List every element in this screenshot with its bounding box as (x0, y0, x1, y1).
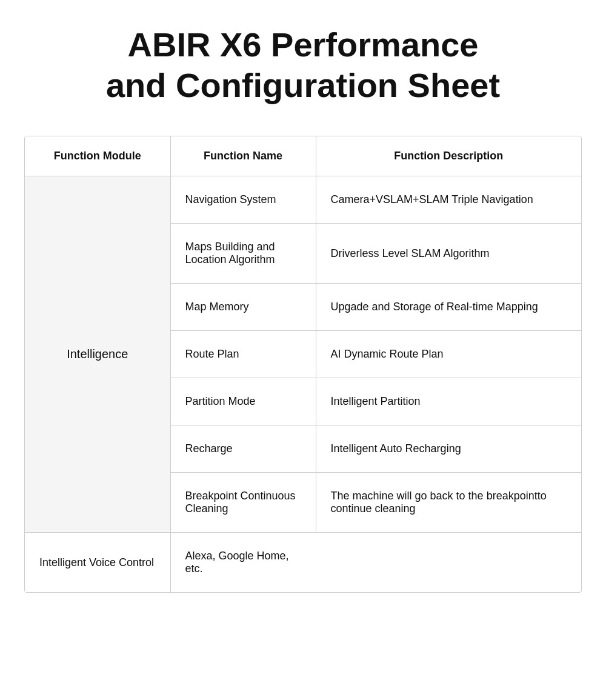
function-name-cell: Route Plan (170, 331, 316, 378)
function-name-cell: Maps Building and Location Algorithm (170, 224, 316, 284)
header-name: Function Name (170, 136, 316, 176)
table-header-row: Function Module Function Name Function D… (25, 136, 581, 176)
table-row: IntelligenceNavigation SystemCamera+VSLA… (25, 176, 581, 224)
table-row: Intelligent Voice ControlAlexa, Google H… (25, 533, 581, 593)
header-module: Function Module (25, 136, 170, 176)
header-description: Function Description (316, 136, 581, 176)
page-title: ABIR X6 Performance and Configuration Sh… (18, 24, 588, 105)
function-description-cell: Upgade and Storage of Real-time Mapping (316, 284, 581, 331)
main-table-wrapper: Function Module Function Name Function D… (24, 136, 582, 593)
function-name-cell: Recharge (170, 425, 316, 473)
function-name-cell: Map Memory (170, 284, 316, 331)
function-name-cell: Breakpoint Continuous Cleaning (170, 473, 316, 533)
function-description-cell: Camera+VSLAM+SLAM Triple Navigation (316, 176, 581, 224)
performance-table: Function Module Function Name Function D… (25, 136, 581, 592)
function-description-cell: The machine will go back to the breakpoi… (316, 473, 581, 533)
function-name-cell: Intelligent Voice Control (25, 533, 170, 593)
function-description-cell: Alexa, Google Home, etc. (170, 533, 316, 593)
module-cell-intelligence: Intelligence (25, 176, 170, 533)
function-description-cell: AI Dynamic Route Plan (316, 331, 581, 378)
function-name-cell: Navigation System (170, 176, 316, 224)
function-name-cell: Partition Mode (170, 378, 316, 425)
function-description-cell: Intelligent Auto Recharging (316, 425, 581, 473)
function-description-cell: Intelligent Partition (316, 378, 581, 425)
function-description-cell: Driverless Level SLAM Algorithm (316, 224, 581, 284)
